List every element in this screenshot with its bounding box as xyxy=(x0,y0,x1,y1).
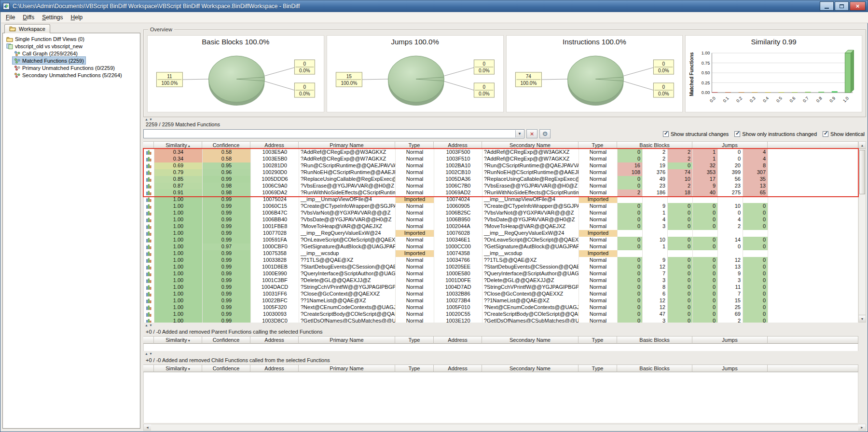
histogram-title: Similarity 0.99 xyxy=(686,38,862,47)
column-header-spacer[interactable] xyxy=(768,141,858,149)
matched-function-row[interactable]: 1.000.991003D8C0?GetIDsOfNames@CSubMatch… xyxy=(144,318,858,323)
menu-help[interactable]: Help xyxy=(67,13,87,22)
column-header-type[interactable]: Type xyxy=(395,336,434,344)
column-header-address[interactable]: Address xyxy=(434,336,482,344)
column-header-basic-blocks[interactable]: Basic Blocks xyxy=(617,141,692,149)
matched-function-row[interactable]: 1.000.991006B47C?VbsVarNot@@YGXPAVVAR@@@… xyxy=(144,210,858,216)
column-header-type[interactable]: Type xyxy=(395,141,434,149)
column-header-secondary-name[interactable]: Secondary Name xyxy=(482,336,579,344)
matched-function-row[interactable]: 1.000.9910075358__imp__wcsdupImported100… xyxy=(144,250,858,257)
column-header-type[interactable]: Type xyxy=(579,364,617,372)
column-header-primary-name[interactable]: Primary Name xyxy=(299,364,395,372)
tree-item-vbscript-old-vs-vbscript-new[interactable]: vbscript_old vs vbscript_new xyxy=(3,42,140,50)
column-header-jumps[interactable]: Jumps xyxy=(692,336,768,344)
matched-function-row[interactable]: 1.000.9910033828??1TLS@@QAE@XZNormal1003… xyxy=(144,257,858,264)
matched-function-row[interactable]: 1.000.971000CBF0?GetSignature@AutBlock@@… xyxy=(144,243,858,250)
column-header-primary-name[interactable]: Primary Name xyxy=(299,336,395,344)
column-header-type[interactable]: Type xyxy=(395,364,434,372)
tree-item-single-function-diff-views-0[interactable]: Single Function Diff Views (0) xyxy=(3,35,140,42)
matched-function-row[interactable]: 1.000.991001FBE8?MoveToHeap@VAR@@QAEJXZN… xyxy=(144,223,858,230)
tree-item-call-graph-2259-2264[interactable]: Call Graph (2259/2264) xyxy=(3,50,140,57)
scroll-up-icon[interactable]: ▲ xyxy=(859,142,866,149)
chevron-down-icon[interactable]: ▼ xyxy=(515,130,524,137)
column-header-jumps[interactable]: Jumps xyxy=(692,141,768,149)
matched-function-row[interactable]: 1.000.9910075024__imp__UnmapViewOfFile@4… xyxy=(144,196,858,203)
column-header-similarity[interactable]: Similarity▴ xyxy=(154,141,202,149)
column-header-secondary-name[interactable]: Secondary Name xyxy=(482,364,579,372)
column-header-address[interactable]: Address xyxy=(250,364,299,372)
column-header-secondary-name[interactable]: Secondary Name xyxy=(482,141,579,149)
matched-function-row[interactable]: 0.850.991005DDD6?ReplaceUsingCallable@Re… xyxy=(144,176,858,183)
column-header-spacer[interactable] xyxy=(768,364,858,372)
matched-function-row[interactable]: 0.870.981006C9A0?VbsErase@@YGJPAVVAR@@H0… xyxy=(144,183,858,189)
column-header-jumps[interactable]: Jumps xyxy=(692,364,768,372)
matched-function-row[interactable]: 1.000.9910031FF6?Close@GcContext@@QAEXXZ… xyxy=(144,291,858,297)
maximize-button[interactable] xyxy=(835,1,849,11)
scrollbar-thumb[interactable] xyxy=(859,150,865,194)
column-header-similarity[interactable]: Similarity▾ xyxy=(154,364,202,372)
column-header-basic-blocks[interactable]: Basic Blocks xyxy=(617,364,692,372)
menu-settings[interactable]: Settings xyxy=(38,13,67,22)
column-header-spacer[interactable] xyxy=(143,364,154,372)
scroll-right-icon[interactable]: ► xyxy=(858,424,866,431)
column-header-confidence[interactable]: Confidence xyxy=(202,336,250,344)
parents-table-body[interactable] xyxy=(143,344,858,351)
horizontal-scrollbar[interactable]: ◄ ► xyxy=(143,424,866,431)
clear-filter-button[interactable]: × xyxy=(526,129,537,138)
splitter-children[interactable]: ▲▼ xyxy=(145,352,153,355)
checkbox-show-only-instructions-changed[interactable]: ✓Show only instructions changed xyxy=(734,131,817,137)
matched-function-row[interactable]: 1.000.991004DACD?StringCchVPrintfW@@YGJP… xyxy=(144,284,858,291)
titlebar[interactable]: C:\Users\Admin\Documents\VBScript BinDif… xyxy=(0,0,868,12)
basic-blocks-cell: 0 xyxy=(668,304,693,311)
column-header-spacer[interactable] xyxy=(143,141,154,149)
column-header-address[interactable]: Address xyxy=(434,364,482,372)
minimize-button[interactable] xyxy=(820,1,834,11)
matched-function-row[interactable]: 0.340.581003E5A0?AddRef@CRegExp@@W3AGKXZ… xyxy=(144,149,858,156)
tree-item-primary-unmatched-functions-0-2259[interactable]: Primary Unmatched Functions (0/2259) xyxy=(3,64,140,71)
matched-function-row[interactable]: 0.690.95100281D0?Run@CScriptRuntime@@QAE… xyxy=(144,162,858,169)
matched-function-row[interactable]: 1.000.9910022BFC??1NameList@@QAE@XZNorma… xyxy=(144,297,858,304)
column-header-address[interactable]: Address xyxy=(250,336,299,344)
checkbox-show-identical[interactable]: ✓Show identical xyxy=(823,131,865,137)
column-header-similarity[interactable]: Similarity▾ xyxy=(154,336,202,344)
column-header-primary-name[interactable]: Primary Name xyxy=(299,141,395,149)
settings-button[interactable]: ⚙ xyxy=(539,129,551,138)
matched-function-row[interactable]: 1.000.991005F320?Next@CEnumCodeContexts@… xyxy=(144,304,858,311)
scroll-down-icon[interactable]: ▼ xyxy=(859,315,866,322)
column-header-confidence[interactable]: Confidence xyxy=(202,141,250,149)
matched-function-row[interactable]: 1.000.991000E990?QueryInterface@ScriptAu… xyxy=(144,270,858,277)
children-table-body[interactable] xyxy=(143,372,858,423)
matched-function-row[interactable]: 1.000.991006BB40?VbsDate@@YGJPAVVAR@@H0@… xyxy=(144,216,858,223)
column-header-spacer[interactable] xyxy=(768,336,858,344)
matched-function-row[interactable]: 1.000.9910030093?CreateScriptBody@COleSc… xyxy=(144,311,858,318)
column-header-basic-blocks[interactable]: Basic Blocks xyxy=(617,336,692,344)
menu-diffs[interactable]: Diffs xyxy=(19,13,38,22)
matched-function-row[interactable]: 1.000.991001D8EB?StartDebugEvents@CSessi… xyxy=(144,264,858,270)
menu-file[interactable]: File xyxy=(2,13,19,22)
pie-callout: 11100.0% xyxy=(156,72,182,87)
checkbox-show-structural-changes[interactable]: ✓Show structural changes xyxy=(663,131,729,137)
matched-function-row[interactable]: 1.000.9910077028__imp__RegQueryValueExW@… xyxy=(144,230,858,237)
tree-item-matched-functions-2259[interactable]: Matched Functions (2259) xyxy=(3,57,140,64)
tab-workspace[interactable]: Workspace xyxy=(4,24,50,33)
splitter-overview[interactable]: ▲▼ xyxy=(145,118,153,121)
matched-function-row[interactable]: 1.000.99100591FA?OnLeaveScript@COleScrip… xyxy=(144,237,858,243)
splitter-parents[interactable]: ▲▼ xyxy=(145,324,153,327)
matched-table-scrollbar[interactable]: ▲ ▼ xyxy=(858,141,866,323)
tree-item-secondary-unmatched-functions-5-2264[interactable]: Secondary Unmatched Functions (5/2264) xyxy=(3,71,140,79)
matched-function-row[interactable]: 0.340.581003E5B0?AddRef@CRegExp@@W7AGKXZ… xyxy=(144,156,858,162)
matched-function-row[interactable]: 1.000.9910060C15?Create@CTypeInfoWrapper… xyxy=(144,203,858,210)
matched-function-row[interactable]: 1.000.991001C3BF?Delete@GL@@QAEXJJ@ZNorm… xyxy=(144,277,858,284)
column-header-address[interactable]: Address xyxy=(250,141,299,149)
matched-function-row[interactable]: 0.910.9810069DA2?RunWithNoSideEffects@CS… xyxy=(144,189,858,196)
column-header-type[interactable]: Type xyxy=(579,141,617,149)
scroll-left-icon[interactable]: ◄ xyxy=(144,424,151,431)
column-header-confidence[interactable]: Confidence xyxy=(202,364,250,372)
filter-combobox[interactable]: ▼ xyxy=(143,129,524,138)
close-button[interactable]: × xyxy=(850,1,866,11)
column-header-spacer[interactable] xyxy=(143,336,154,344)
primary-type-cell: Normal xyxy=(396,297,434,304)
matched-function-row[interactable]: 0.790.96100290D0?RunNoEH@CScriptRuntime@… xyxy=(144,169,858,176)
column-header-type[interactable]: Type xyxy=(579,336,617,344)
column-header-address[interactable]: Address xyxy=(434,141,482,149)
